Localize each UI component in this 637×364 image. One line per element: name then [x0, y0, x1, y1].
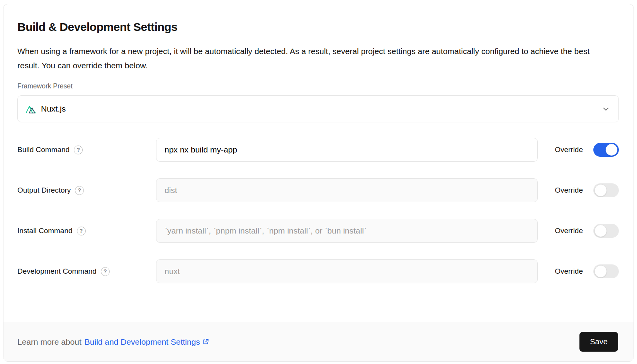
chevron-down-icon [603, 106, 609, 112]
install-command-label: Install Command [17, 227, 73, 235]
help-icon[interactable]: ? [101, 267, 110, 276]
override-label: Override [555, 186, 583, 195]
framework-preset-label: Framework Preset [17, 82, 619, 90]
override-label: Override [555, 146, 583, 154]
build-command-input[interactable] [156, 138, 538, 162]
output-directory-label: Output Directory [17, 186, 71, 195]
description-text: When using a framework for a new project… [17, 44, 597, 73]
build-command-override-toggle[interactable] [593, 143, 619, 157]
learn-more-text: Learn more about [17, 337, 82, 347]
framework-selected-value: Nuxt.js [41, 104, 66, 113]
install-command-override-toggle[interactable] [593, 224, 619, 238]
override-label: Override [555, 227, 583, 235]
nuxtjs-logo-icon [25, 104, 36, 114]
page-title: Build & Development Settings [17, 20, 619, 34]
framework-preset-select[interactable]: Nuxt.js [17, 95, 619, 122]
development-command-label: Development Command [17, 267, 97, 276]
external-link-icon [202, 338, 209, 345]
development-command-row: Development Command ? Override [17, 259, 619, 283]
development-command-input[interactable] [156, 259, 538, 283]
output-directory-override-toggle[interactable] [593, 183, 619, 197]
build-settings-docs-link[interactable]: Build and Development Settings [85, 337, 209, 347]
card-footer: Learn more about Build and Development S… [3, 322, 634, 361]
help-icon[interactable]: ? [75, 186, 84, 195]
development-command-override-toggle[interactable] [593, 264, 619, 278]
build-command-label: Build Command [17, 146, 70, 154]
output-directory-input[interactable] [156, 178, 538, 202]
install-command-row: Install Command ? Override [17, 219, 619, 243]
install-command-input[interactable] [156, 219, 538, 243]
help-icon[interactable]: ? [74, 146, 83, 154]
output-directory-row: Output Directory ? Override [17, 178, 619, 202]
build-command-row: Build Command ? Override [17, 138, 619, 162]
card-main: Build & Development Settings When using … [3, 4, 634, 300]
help-icon[interactable]: ? [77, 227, 86, 235]
save-button[interactable]: Save [579, 332, 618, 352]
build-settings-card: Build & Development Settings When using … [3, 4, 634, 362]
override-label: Override [555, 267, 583, 276]
